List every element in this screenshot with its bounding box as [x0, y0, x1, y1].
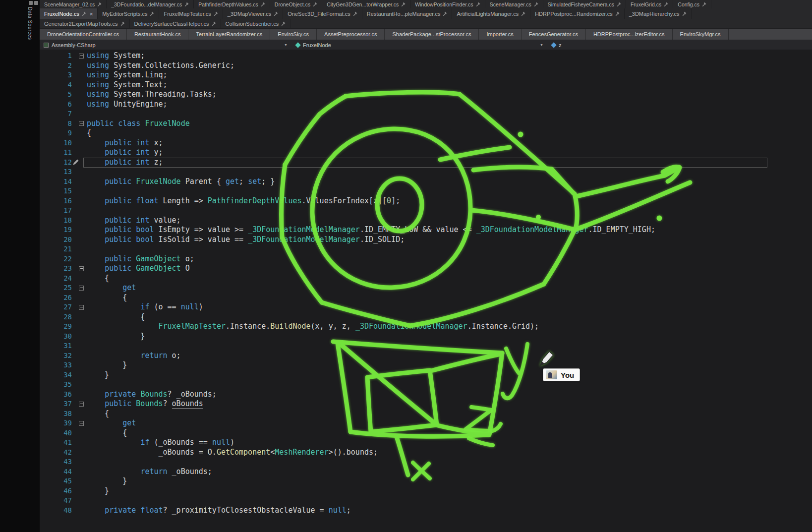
toolbox-icon[interactable] [29, 1, 33, 5]
fold-collapse-icon[interactable] [79, 266, 84, 271]
code-text[interactable] [87, 206, 812, 216]
code-text[interactable]: if (_oBounds == null) [87, 438, 812, 448]
tab-Importer.cs[interactable]: Importer.cs [479, 29, 521, 40]
code-text[interactable]: public int z; [87, 158, 812, 168]
tab-CollisionSubscriber.cs[interactable]: CollisionSubscriber.cs [221, 19, 291, 28]
code-text[interactable]: using System; [87, 51, 812, 61]
tab-PathfinderDepthValues.cs[interactable]: PathfinderDepthValues.cs [194, 0, 270, 8]
code-text[interactable]: public int x; [87, 138, 812, 148]
tab-ArtificialLightsManager.cs[interactable]: ArtificialLightsManager.cs [452, 8, 530, 19]
tab-Config.cs[interactable]: Config.cs [673, 0, 711, 8]
pin-icon[interactable] [702, 2, 706, 6]
pin-icon[interactable] [82, 11, 86, 16]
code-text[interactable]: private float? _proximityToClosestObstac… [87, 506, 812, 516]
pin-icon[interactable] [682, 11, 687, 16]
pin-icon[interactable] [281, 21, 286, 26]
tab-SceneManager.cs[interactable]: SceneManager.cs [485, 0, 543, 8]
tab-EnviroSkyMgr.cs[interactable]: EnviroSkyMgr.cs [673, 29, 729, 40]
server-explorer-icon[interactable] [34, 1, 38, 5]
code-text[interactable]: if (o == null) [87, 302, 812, 312]
pin-icon[interactable] [212, 21, 216, 26]
pin-icon[interactable] [313, 2, 317, 6]
type-dropdown[interactable]: FruxelNode ▼ [291, 40, 547, 50]
tab-Generator2ExportMapTools.cs[interactable]: Generator2ExportMapTools.cs [40, 19, 130, 28]
code-text[interactable]: public bool IsEmpty => value >= _3DFound… [87, 225, 812, 235]
pin-icon[interactable] [261, 2, 265, 6]
pin-icon[interactable] [97, 2, 102, 6]
pin-icon[interactable] [476, 2, 480, 6]
member-dropdown[interactable]: z [547, 40, 812, 50]
tab-RestaurantHook.cs[interactable]: RestaurantHook.cs [127, 29, 189, 40]
code-text[interactable]: public bool IsSolid => value == _3DFound… [87, 235, 812, 245]
fold-collapse-icon[interactable] [79, 402, 84, 407]
tab-DroneOrientationController.cs[interactable]: DroneOrientationController.cs [40, 29, 127, 40]
tab-FruxelMapTester.cs[interactable]: FruxelMapTester.cs [159, 8, 223, 19]
code-text[interactable]: } [87, 486, 812, 496]
code-text[interactable]: } [87, 370, 812, 380]
pin-icon[interactable] [214, 11, 218, 16]
code-text[interactable]: using System.Threading.Tasks; [87, 90, 812, 100]
code-text[interactable]: public FruxelNode Parent { get; set; } [87, 177, 812, 187]
code-text[interactable]: using System.Linq; [87, 70, 812, 80]
code-text[interactable]: { [87, 274, 812, 284]
code-text[interactable] [87, 244, 812, 254]
pin-icon[interactable] [664, 2, 668, 6]
code-text[interactable]: public Bounds? oBounds [87, 399, 812, 409]
code-text[interactable]: get [87, 418, 812, 428]
code-editor[interactable]: 1using System;2using System.Collections.… [40, 50, 812, 532]
pin-icon[interactable] [615, 11, 620, 16]
fold-collapse-icon[interactable] [79, 421, 84, 426]
tab-SceneManager_02.cs[interactable]: SceneManager_02.cs [40, 0, 107, 8]
code-text[interactable] [87, 341, 812, 351]
pin-icon[interactable] [120, 21, 125, 26]
fold-collapse-icon[interactable] [79, 305, 84, 310]
tab-MyEditorScripts.cs[interactable]: MyEditorScripts.cs [98, 8, 159, 19]
tab-HDRPPostproc...izerEditor.cs[interactable]: HDRPPostproc...izerEditor.cs [586, 29, 673, 40]
tab-_3DFoundatio...delManager.cs[interactable]: _3DFoundatio...delManager.cs [107, 0, 194, 8]
tab-HDRPPostproc...Randomizer.cs[interactable]: HDRPPostproc...Randomizer.cs [530, 8, 625, 19]
code-text[interactable] [87, 380, 812, 390]
code-text[interactable]: { [87, 128, 812, 138]
code-text[interactable]: using UnityEngine; [87, 100, 812, 110]
code-text[interactable]: return o; [87, 351, 812, 361]
pin-icon[interactable] [617, 2, 621, 6]
fold-collapse-icon[interactable] [79, 121, 84, 126]
code-text[interactable] [87, 186, 812, 196]
close-icon[interactable]: × [90, 11, 93, 17]
tab-FruxelGrid.cs[interactable]: FruxelGrid.cs [626, 0, 673, 8]
project-dropdown[interactable]: Assembly-CSharp ▼ [40, 40, 291, 50]
code-text[interactable]: using System.Text; [87, 80, 812, 90]
code-text[interactable]: using System.Collections.Generic; [87, 61, 812, 71]
pin-icon[interactable] [150, 11, 154, 16]
tab-_3DMapHierarchy.cs[interactable]: _3DMapHierarchy.cs [625, 8, 692, 19]
fold-collapse-icon[interactable] [79, 286, 84, 291]
code-text[interactable]: public class FruxelNode [87, 119, 812, 129]
pin-icon[interactable] [534, 2, 538, 6]
code-text[interactable]: public int value; [87, 216, 812, 226]
pin-icon[interactable] [353, 11, 357, 16]
tab-WindowPositionFinder.cs[interactable]: WindowPositionFinder.cs [410, 0, 485, 8]
code-text[interactable]: } [87, 476, 812, 486]
code-text[interactable]: get [87, 283, 812, 293]
tab-CityGen3DGen...torWrapper.cs[interactable]: CityGen3DGen...torWrapper.cs [322, 0, 410, 8]
code-text[interactable]: { [87, 428, 812, 438]
code-text[interactable] [87, 109, 812, 119]
code-text[interactable]: private Bounds? _oBounds; [87, 390, 812, 400]
code-text[interactable]: _oBounds = O.GetComponent<MeshRenderer>(… [87, 448, 812, 458]
code-text[interactable]: public float Length => PathfinderDepthVa… [87, 196, 812, 206]
tab-DeliverySurfaceClassHelper.cs[interactable]: DeliverySurfaceClassHelper.cs [130, 19, 221, 28]
tab-DroneObject.cs[interactable]: DroneObject.cs [270, 0, 322, 8]
tab-AssetPreprocessor.cs[interactable]: AssetPreprocessor.cs [317, 29, 385, 40]
tab-ShaderPackage...stProcessor.cs[interactable]: ShaderPackage...stProcessor.cs [385, 29, 479, 40]
pin-icon[interactable] [521, 11, 525, 16]
code-text[interactable]: { [87, 293, 812, 303]
tab-FruxelNode.cs[interactable]: FruxelNode.cs× [40, 8, 98, 19]
code-text[interactable]: } [87, 360, 812, 370]
tab-_3DMapViewer.cs[interactable]: _3DMapViewer.cs [223, 8, 283, 19]
code-text[interactable]: public int y; [87, 148, 812, 158]
code-text[interactable] [87, 496, 812, 506]
tab-EnviroSky.cs[interactable]: EnviroSky.cs [270, 29, 317, 40]
code-text[interactable]: FruxelMapTester.Instance.BuildNode(x, y,… [87, 322, 812, 332]
data-sources-tab[interactable]: Data Sources [27, 7, 33, 40]
fold-collapse-icon[interactable] [79, 54, 84, 59]
